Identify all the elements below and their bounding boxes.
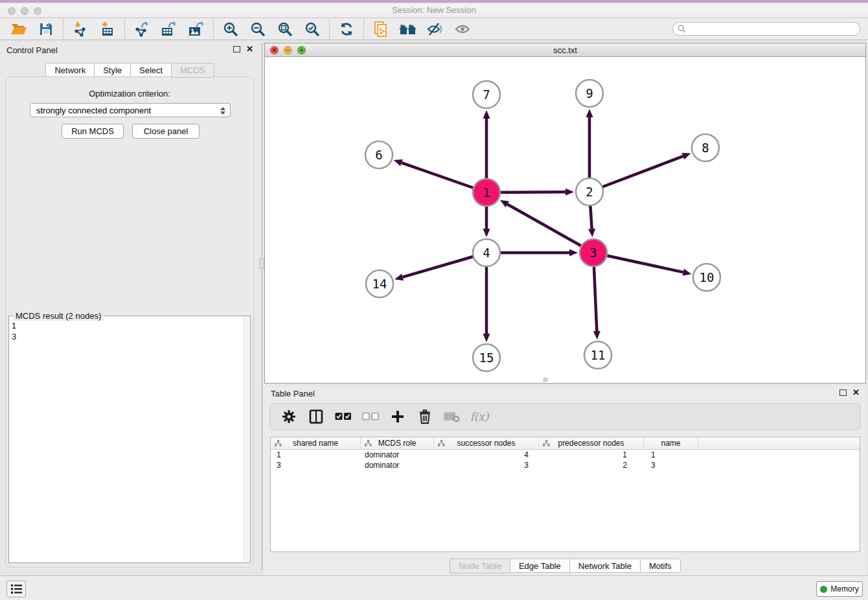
mcds-result-box: MCDS result (2 nodes) 1 3 [8,316,251,563]
table-cell[interactable]: 3 [271,461,361,470]
tab-node-table[interactable]: Node Table [450,559,510,573]
close-panel-icon[interactable]: ✕ [246,46,253,52]
toggle-column-view-icon[interactable] [308,408,325,425]
tree-icon [543,440,550,446]
close-panel-button[interactable]: Close panel [132,124,200,139]
control-panel-title: Control Panel [6,45,58,55]
table-panel-tabs: Node TableEdge TableNetwork TableMotifs [264,559,866,573]
tab-style[interactable]: Style [94,63,130,77]
graph-node-15[interactable]: 15 [473,344,500,371]
table-cell[interactable]: 4 [434,450,539,459]
graph-node-4[interactable]: 4 [473,239,500,266]
panel-splitter[interactable] [262,43,262,570]
zoom-in-icon[interactable] [217,19,244,39]
arrowhead-icon [593,331,600,340]
column-header-successor-nodes[interactable]: successor nodes [434,437,539,449]
table-row[interactable]: 1dominator411 [271,450,860,460]
table-cell[interactable]: 1 [644,450,698,459]
save-session-icon[interactable] [32,19,60,39]
graph-node-6[interactable]: 6 [365,141,393,168]
task-history-button[interactable] [6,581,26,597]
node-label: 7 [483,87,490,102]
graph-node-7[interactable]: 7 [473,81,500,108]
search-input[interactable] [672,22,860,36]
column-header-shared-name[interactable]: shared name [271,437,361,449]
tab-network[interactable]: Network [45,63,94,77]
settings-gear-icon[interactable] [280,408,297,425]
search-icon [678,25,686,33]
home-icon[interactable] [394,19,422,39]
arrowhead-icon [683,269,692,276]
refresh-icon[interactable] [333,19,360,39]
table-panel: Table Panel ✕ f(x) shared nameMCDS roles… [264,386,866,575]
arrowhead-icon [394,159,403,166]
canvas-resize-handle[interactable] [543,378,547,382]
node-label: 15 [479,351,494,365]
node-label: 3 [589,246,597,260]
zoom-out-icon[interactable] [244,19,271,39]
zoom-fit-icon[interactable] [271,19,299,39]
arrowhead-icon [681,153,691,159]
float-panel-icon[interactable] [233,46,240,52]
tab-motifs[interactable]: Motifs [640,559,681,573]
close-table-panel-icon[interactable]: ✕ [852,389,860,396]
tab-edge-table[interactable]: Edge Table [510,559,569,573]
node-label: 14 [372,277,387,291]
table-cell[interactable]: 1 [539,450,644,459]
criterion-select[interactable]: strongly connected component [30,103,231,117]
mcds-result-text[interactable]: 1 3 [12,320,242,560]
graph-node-1[interactable]: 1 [473,179,500,206]
table-cell[interactable]: dominator [361,461,434,470]
export-network-icon[interactable] [128,19,155,39]
network-window-titlebar[interactable]: ✕ − + scc.txt [265,43,865,57]
table-cell[interactable]: 1 [271,450,361,459]
graph-node-14[interactable]: 14 [366,270,393,297]
table-cell[interactable]: 2 [539,461,644,470]
add-column-icon[interactable] [389,408,406,425]
table-cell[interactable]: dominator [361,450,434,459]
deselect-all-icon[interactable] [362,408,379,425]
float-table-panel-icon[interactable] [839,389,847,396]
show-eye-icon[interactable] [449,19,476,39]
import-network-icon[interactable] [67,19,94,39]
search-text-field[interactable] [689,25,860,34]
toolbar-separator [124,19,125,39]
table-cell[interactable]: 3 [644,461,698,470]
graph-node-10[interactable]: 10 [693,264,720,291]
node-label: 8 [702,141,709,155]
graph-node-3[interactable]: 3 [580,239,607,266]
edge-2-8[interactable] [589,156,683,192]
memory-button[interactable]: Memory [816,581,863,597]
column-header-MCDS-role[interactable]: MCDS role [361,437,434,449]
network-graph-canvas[interactable]: 7968124314101511 [265,57,865,383]
table-row[interactable]: 3dominator323 [271,460,860,470]
graph-node-2[interactable]: 2 [576,178,603,205]
column-header-predecessor-nodes[interactable]: predecessor nodes [539,437,644,449]
tab-mcds[interactable]: MCDS [171,63,214,78]
arrowhead-icon [394,273,404,281]
app-title: Session: New Session [0,5,868,15]
graph-node-9[interactable]: 9 [576,80,603,107]
splitter-handle[interactable] [259,259,264,269]
export-image-icon[interactable] [183,19,210,39]
table-cell[interactable]: 3 [434,461,539,470]
open-session-icon[interactable] [5,19,32,39]
import-table-icon[interactable] [94,19,121,39]
zoom-selected-icon[interactable] [299,19,326,39]
node-label: 11 [591,348,606,362]
node-table[interactable]: shared nameMCDS rolesuccessor nodesprede… [270,437,860,552]
hide-panels-icon[interactable] [422,19,449,39]
tab-network-table[interactable]: Network Table [569,559,640,573]
graph-node-11[interactable]: 11 [584,341,611,369]
select-all-icon[interactable] [335,408,352,425]
result-scrollbar[interactable] [244,317,249,562]
graph-node-8[interactable]: 8 [692,134,719,161]
column-header-name[interactable]: name [644,437,698,449]
export-table-icon[interactable] [155,19,183,39]
edge-3-1[interactable] [507,204,593,253]
delete-column-icon[interactable] [417,408,433,425]
tab-select[interactable]: Select [130,63,171,77]
memory-status-icon [820,586,827,593]
clone-network-icon[interactable] [367,19,394,39]
run-mcds-button[interactable]: Run MCDS [62,124,124,139]
